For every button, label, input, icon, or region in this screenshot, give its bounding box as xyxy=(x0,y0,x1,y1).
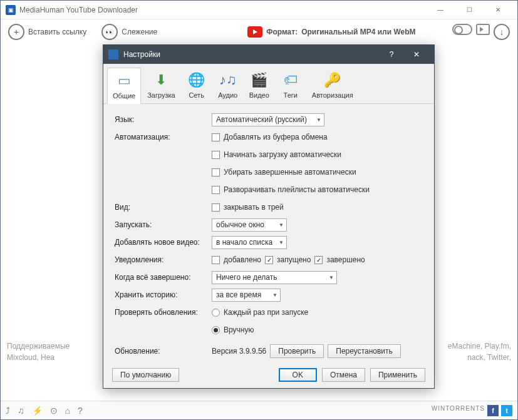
facebook-icon[interactable]: f xyxy=(487,405,499,416)
radio-label: Вручную xyxy=(224,325,254,334)
launch-select[interactable]: обычное окно xyxy=(212,218,287,232)
checkbox-label: Убирать завершенные автоматически xyxy=(224,168,356,177)
keys-icon: 🔑 xyxy=(323,70,343,90)
music-note-icon: ♪♫ xyxy=(218,70,238,90)
checkbox-label: добавлено xyxy=(224,255,261,264)
tab-label: Авторизация xyxy=(312,91,353,99)
label-history: Хранить историю: xyxy=(115,290,212,299)
tab-label: Сеть xyxy=(189,91,204,99)
download-arrow-icon: ⬇ xyxy=(151,70,171,90)
tab-tags[interactable]: 🏷 Теги xyxy=(276,68,306,103)
home-icon[interactable]: ⌂ xyxy=(65,406,70,416)
main-toolbar: + Вставить ссылку 👀 Слежение Формат: Ори… xyxy=(1,19,517,44)
checkbox-label: Добавлять из буфера обмена xyxy=(224,133,328,141)
tab-auth[interactable]: 🔑 Авторизация xyxy=(307,68,358,103)
checkbox-notif-added[interactable] xyxy=(212,256,220,264)
dialog-help-button[interactable]: ? xyxy=(379,45,404,64)
checkbox-notif-finished[interactable] xyxy=(314,256,323,264)
statusbar: ⤴ ♫ ⚡ ⊙ ⌂ ? WINTORRENTS f t xyxy=(1,401,517,419)
radio-label: Каждый раз при запуске xyxy=(224,308,308,317)
checkbox-expand-playlists[interactable] xyxy=(212,186,220,194)
twitter-icon[interactable]: t xyxy=(501,405,512,416)
checkbox-label: Разворачивать плейлисты автоматически xyxy=(224,185,370,194)
dialog-title: Настройки xyxy=(123,50,160,59)
flash-icon[interactable]: ⚡ xyxy=(32,406,43,416)
tab-label: Общие xyxy=(113,92,135,100)
dialog-icon xyxy=(108,49,118,59)
checkbox-label: завершено xyxy=(326,255,365,264)
tab-label: Загрузка xyxy=(147,91,175,99)
tab-download[interactable]: ⬇ Загрузка xyxy=(142,68,180,103)
globe-icon: 🌐 xyxy=(187,70,207,90)
settings-dialog: Настройки ? ✕ ▭ Общие ⬇ Загрузка 🌐 Сеть … xyxy=(103,44,435,389)
reinstall-button[interactable]: Переустановить xyxy=(328,344,401,358)
checkbox-autoremove[interactable] xyxy=(212,168,220,177)
tag-icon: 🏷 xyxy=(281,70,301,90)
checkbox-autostart[interactable] xyxy=(212,151,220,159)
when-done-select[interactable]: Ничего не делать xyxy=(212,271,337,284)
check-update-button[interactable]: Проверить xyxy=(270,344,324,358)
film-icon: 🎬 xyxy=(249,70,269,90)
share-icon[interactable]: ⤴ xyxy=(6,406,10,416)
music-icon[interactable]: ♫ xyxy=(18,406,24,416)
tab-label: Теги xyxy=(284,91,298,99)
defaults-button[interactable]: По умолчанию xyxy=(112,368,179,382)
app-title: MediaHuman YouTube Downloader xyxy=(19,6,138,14)
dialog-close-button[interactable]: ✕ xyxy=(404,45,429,64)
label-automation: Автоматизация: xyxy=(115,133,212,141)
plus-icon: + xyxy=(8,24,24,40)
label-when-done: Когда всё завершено: xyxy=(115,273,212,282)
tab-video[interactable]: 🎬 Видео xyxy=(244,68,274,103)
tab-audio[interactable]: ♪♫ Аудио xyxy=(213,68,243,103)
youtube-icon xyxy=(247,26,262,38)
main-titlebar: ▣ MediaHuman YouTube Downloader — ☐ ✕ xyxy=(1,1,517,19)
maximize-button[interactable]: ☐ xyxy=(455,1,484,19)
general-icon: ▭ xyxy=(114,71,134,91)
settings-tabs: ▭ Общие ⬇ Загрузка 🌐 Сеть ♪♫ Аудио 🎬 Вид… xyxy=(103,64,434,104)
close-button[interactable]: ✕ xyxy=(484,1,512,19)
apply-button[interactable]: Применить xyxy=(370,368,425,382)
watermark-text: WINTORRENTS xyxy=(432,405,485,416)
play-button-icon[interactable] xyxy=(476,24,490,35)
format-prefix: Формат: xyxy=(266,28,298,36)
format-selector[interactable]: Формат: Оригинальный MP4 или WebM xyxy=(247,26,415,38)
checkbox-label: запущено xyxy=(277,255,311,264)
dialog-button-row: По умолчанию OK Отмена Применить xyxy=(103,362,434,388)
minimize-button[interactable]: — xyxy=(426,1,455,19)
clock-icon[interactable]: ⊙ xyxy=(50,406,58,416)
checkbox-label: закрывать в трей xyxy=(224,203,284,212)
add-new-select[interactable]: в начало списка xyxy=(212,236,287,249)
tab-general[interactable]: ▭ Общие xyxy=(107,68,141,104)
tab-network[interactable]: 🌐 Сеть xyxy=(182,68,212,103)
label-check-updates: Проверять обновления: xyxy=(115,308,212,317)
settings-content: Язык: Автоматический (русский) Автоматиз… xyxy=(103,104,434,362)
app-icon: ▣ xyxy=(6,5,16,15)
label-add-new: Добавлять новое видео: xyxy=(115,238,212,247)
tracking-label: Слежение xyxy=(122,28,157,36)
tab-label: Аудио xyxy=(218,91,237,99)
checkbox-close-to-tray[interactable] xyxy=(212,203,220,212)
label-update: Обновление: xyxy=(115,347,212,356)
eyes-icon: 👀 xyxy=(101,24,118,40)
label-language: Язык: xyxy=(115,115,212,124)
history-select[interactable]: за все время xyxy=(212,289,281,302)
cancel-button[interactable]: Отмена xyxy=(322,368,365,382)
language-select[interactable]: Автоматический (русский) xyxy=(212,113,324,126)
tab-label: Видео xyxy=(249,91,269,99)
label-launch: Запускать: xyxy=(115,220,212,229)
ok-button[interactable]: OK xyxy=(279,368,317,382)
checkbox-clipboard[interactable] xyxy=(212,133,220,141)
paste-link-button[interactable]: + Вставить ссылку xyxy=(8,24,86,40)
label-view: Вид: xyxy=(115,203,212,212)
toggle-switch[interactable] xyxy=(452,24,472,35)
help-icon[interactable]: ? xyxy=(78,406,83,416)
radio-updates-launch[interactable] xyxy=(212,309,220,317)
label-notifications: Уведомления: xyxy=(115,255,212,264)
format-value: Оригинальный MP4 или WebM xyxy=(301,28,415,36)
checkbox-label: Начинать загрузку автоматически xyxy=(224,150,341,159)
checkbox-notif-started[interactable] xyxy=(265,256,273,264)
download-button[interactable]: ↓ xyxy=(494,24,510,40)
tracking-button[interactable]: 👀 Слежение xyxy=(101,24,157,40)
radio-updates-manual[interactable] xyxy=(212,326,220,334)
paste-link-label: Вставить ссылку xyxy=(28,28,86,36)
